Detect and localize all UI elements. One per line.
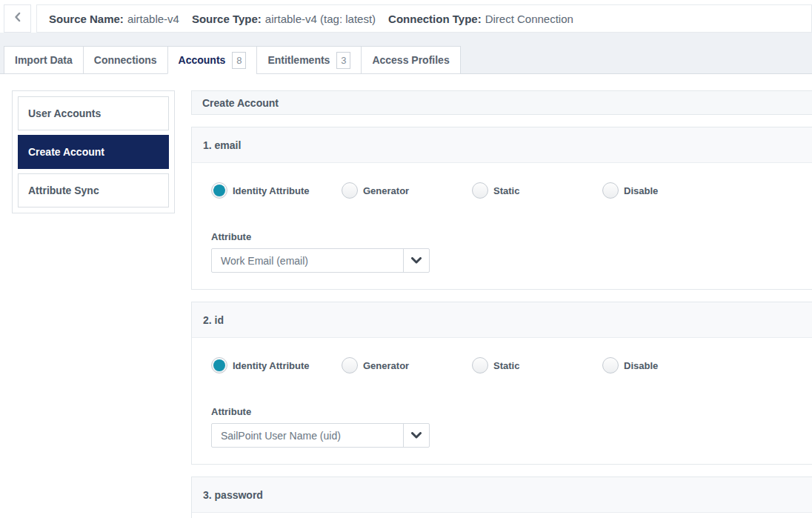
sidebar-item-create-account[interactable]: Create Account [18, 135, 169, 169]
radio-option-identity-attribute[interactable]: Identity Attribute [211, 357, 342, 373]
tab-label: Entitlements [267, 54, 330, 66]
tab-access-profiles[interactable]: Access Profiles [361, 46, 460, 74]
tab-label: Connections [94, 54, 157, 66]
radio-icon[interactable] [211, 182, 227, 199]
radio-icon[interactable] [472, 357, 488, 373]
section-id: 2. id Identity Attribute Generator Stati… [191, 302, 812, 465]
connection-type-field: Connection Type:Direct Connection [388, 13, 573, 25]
chevron-left-icon [10, 10, 25, 27]
section-title: 2. id [192, 302, 812, 338]
attribute-label: Attribute [211, 215, 812, 242]
radio-option-static[interactable]: Static [472, 357, 602, 373]
tab-entitlements[interactable]: Entitlements 3 [256, 46, 361, 74]
accounts-count-badge: 8 [232, 52, 246, 69]
section-title: 1. email [192, 127, 812, 163]
radio-label: Disable [624, 185, 658, 196]
radio-label: Static [493, 360, 519, 371]
attribute-select-id[interactable]: SailPoint User Name (uid) [211, 423, 430, 448]
tab-accounts[interactable]: Accounts 8 [167, 46, 257, 74]
select-value: Work Email (email) [212, 249, 403, 272]
connection-type-label: Connection Type: [388, 13, 482, 25]
source-name-label: Source Name: [49, 13, 124, 25]
radio-icon[interactable] [602, 357, 619, 373]
sidebar-item-label: User Accounts [28, 107, 101, 119]
radio-group-id: Identity Attribute Generator Static Disa… [211, 357, 812, 373]
radio-group-email: Identity Attribute Generator Static Disa… [211, 182, 812, 199]
sidebar-item-user-accounts[interactable]: User Accounts [18, 96, 169, 130]
connection-type-value: Direct Connection [485, 13, 573, 25]
radio-label: Generator [363, 185, 409, 196]
section-password: 3. password Identity Attribute Generator… [191, 477, 812, 518]
radio-icon[interactable] [472, 182, 488, 199]
tab-import-data[interactable]: Import Data [4, 46, 83, 74]
radio-option-generator[interactable]: Generator [342, 182, 472, 199]
radio-label: Identity Attribute [233, 185, 310, 196]
sidebar-item-label: Attribute Sync [28, 185, 99, 196]
chevron-down-icon [403, 424, 429, 447]
radio-label: Static [493, 185, 519, 196]
radio-option-disable[interactable]: Disable [602, 357, 733, 373]
radio-label: Disable [624, 360, 658, 371]
source-name-field: Source Name:airtable-v4 [49, 13, 179, 25]
tab-bar: Import Data Connections Accounts 8 Entit… [4, 46, 461, 74]
source-type-field: Source Type:airtable-v4 (tag: latest) [192, 13, 376, 25]
entitlements-count-badge: 3 [336, 52, 350, 69]
select-value: SailPoint User Name (uid) [212, 424, 403, 447]
tab-label: Import Data [15, 54, 73, 66]
tab-label: Accounts [179, 54, 226, 66]
back-button[interactable] [4, 4, 31, 33]
attribute-label: Attribute [211, 390, 812, 417]
create-account-panel: Create Account 1. email Identity Attribu… [191, 90, 812, 518]
source-name-value: airtable-v4 [127, 13, 179, 25]
radio-icon[interactable] [342, 182, 358, 199]
sidebar-item-label: Create Account [28, 146, 104, 158]
section-title: 3. password [192, 477, 812, 513]
top-bar: Source Name:airtable-v4 Source Type:airt… [4, 4, 812, 33]
attribute-select-email[interactable]: Work Email (email) [211, 248, 430, 273]
tab-connections[interactable]: Connections [83, 46, 167, 74]
chevron-down-icon [403, 249, 429, 272]
sidebar: User Accounts Create Account Attribute S… [12, 90, 175, 213]
sidebar-item-attribute-sync[interactable]: Attribute Sync [18, 173, 169, 207]
tab-label: Access Profiles [372, 54, 449, 66]
section-email: 1. email Identity Attribute Generator St… [191, 127, 812, 290]
radio-option-disable[interactable]: Disable [602, 182, 733, 199]
radio-label: Generator [363, 360, 409, 371]
source-type-value: airtable-v4 (tag: latest) [265, 13, 376, 25]
radio-icon[interactable] [602, 182, 619, 199]
radio-option-static[interactable]: Static [472, 182, 602, 199]
source-info-bar: Source Name:airtable-v4 Source Type:airt… [36, 4, 812, 33]
panel-title: Create Account [191, 90, 812, 115]
radio-icon[interactable] [211, 357, 227, 373]
radio-label: Identity Attribute [233, 360, 310, 371]
radio-icon[interactable] [342, 357, 358, 373]
radio-option-generator[interactable]: Generator [342, 357, 472, 373]
source-type-label: Source Type: [192, 13, 262, 25]
radio-option-identity-attribute[interactable]: Identity Attribute [211, 182, 342, 199]
